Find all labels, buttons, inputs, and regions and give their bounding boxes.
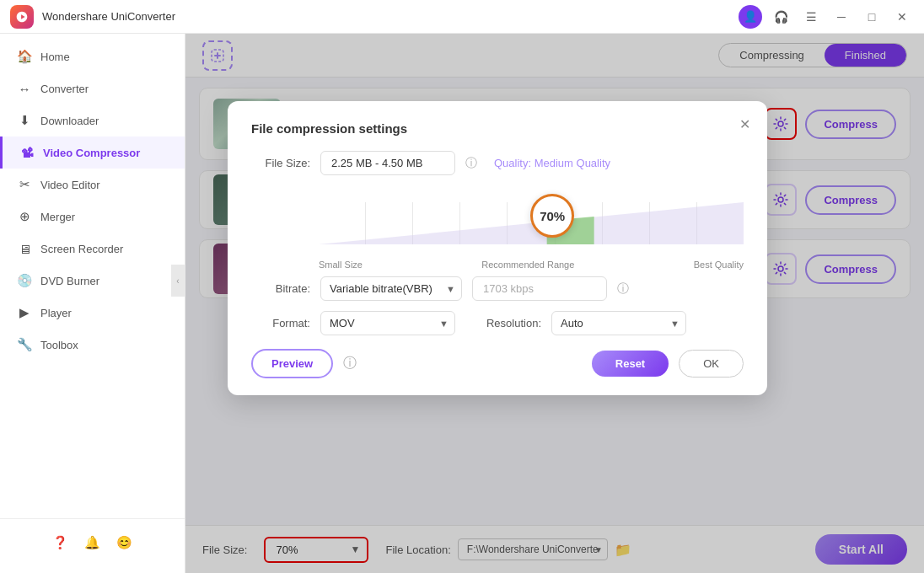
quality-label: Quality: Medium Quality bbox=[494, 157, 610, 169]
modal-format-row: Format: MOV MP4 AVI MKV ▼ Resolution: bbox=[251, 311, 744, 335]
sidebar-item-merger[interactable]: ⊕ Merger bbox=[0, 201, 185, 233]
modal-bitrate-value-input[interactable] bbox=[472, 276, 607, 301]
preview-help-icon[interactable]: ⓘ bbox=[343, 355, 357, 372]
dvd-burner-icon: 💿 bbox=[17, 273, 32, 288]
sidebar-label-converter: Converter bbox=[40, 83, 89, 95]
chart-label-best: Best Quality bbox=[694, 260, 744, 270]
screen-recorder-icon: 🖥 bbox=[17, 241, 32, 256]
converter-icon: ↔ bbox=[17, 81, 32, 96]
compression-chart[interactable]: 70% Small Size Recommended Range Best Qu… bbox=[319, 185, 744, 270]
main-layout: 🏠 Home ↔ Converter ⬇ Downloader 📽 Video … bbox=[0, 34, 924, 573]
preview-btn[interactable]: Preview bbox=[251, 349, 333, 378]
file-size-help-icon[interactable]: ⓘ bbox=[465, 156, 477, 171]
ok-btn[interactable]: OK bbox=[679, 350, 744, 378]
modal-bitrate-row: Bitrate: Variable bitrate(VBR) Constant … bbox=[251, 276, 744, 301]
minimize-btn[interactable]: ─ bbox=[830, 5, 853, 29]
modal-close-btn[interactable]: ✕ bbox=[733, 113, 755, 135]
home-icon: 🏠 bbox=[17, 49, 32, 64]
maximize-btn[interactable]: □ bbox=[860, 5, 884, 29]
modal-bitrate-select[interactable]: Variable bitrate(VBR) Constant bitrate(C… bbox=[320, 276, 462, 301]
modal-overlay: File compression settings ✕ File Size: ⓘ… bbox=[185, 34, 924, 573]
reset-btn[interactable]: Reset bbox=[592, 351, 669, 377]
close-btn[interactable]: ✕ bbox=[890, 5, 914, 29]
sidebar-label-merger: Merger bbox=[40, 211, 75, 223]
headset-icon-btn[interactable]: 🎧 bbox=[769, 5, 792, 29]
file-compression-modal: File compression settings ✕ File Size: ⓘ… bbox=[228, 101, 767, 395]
sidebar-label-toolbox: Toolbox bbox=[40, 339, 78, 351]
app-icon bbox=[10, 5, 34, 29]
sidebar-label-home: Home bbox=[40, 51, 70, 63]
help-btn[interactable]: ❓ bbox=[47, 529, 74, 556]
downloader-icon: ⬇ bbox=[17, 113, 32, 128]
sidebar-bottom: ❓ 🔔 😊 bbox=[0, 518, 185, 566]
sidebar-label-screen-recorder: Screen Recorder bbox=[40, 243, 123, 255]
sidebar-item-video-compressor[interactable]: 📽 Video Compressor bbox=[0, 137, 185, 169]
modal-file-size-label: File Size: bbox=[251, 157, 310, 169]
content-area: Compressing Finished fanta-style-sphere … bbox=[185, 34, 924, 573]
modal-file-size-input[interactable] bbox=[320, 151, 455, 175]
user-icon-btn[interactable]: 👤 bbox=[739, 5, 762, 29]
sidebar: 🏠 Home ↔ Converter ⬇ Downloader 📽 Video … bbox=[0, 34, 185, 573]
modal-format-label: Format: bbox=[251, 317, 310, 329]
modal-footer: Preview ⓘ Reset OK bbox=[251, 349, 744, 378]
player-icon: ▶ bbox=[17, 305, 32, 320]
sidebar-item-dvd-burner[interactable]: 💿 DVD Burner ‹ bbox=[0, 265, 185, 297]
sidebar-label-video-editor: Video Editor bbox=[40, 179, 100, 191]
bitrate-help-icon[interactable]: ⓘ bbox=[617, 281, 629, 297]
sidebar-label-dvd-burner: DVD Burner bbox=[40, 275, 99, 287]
video-compressor-icon: 📽 bbox=[19, 145, 35, 160]
sidebar-item-video-editor[interactable]: ✂ Video Editor bbox=[0, 169, 185, 201]
sidebar-label-player: Player bbox=[40, 307, 72, 319]
sidebar-item-home[interactable]: 🏠 Home bbox=[0, 40, 185, 72]
menu-icon-btn[interactable]: ☰ bbox=[799, 5, 823, 29]
sidebar-item-toolbox[interactable]: 🔧 Toolbox bbox=[0, 329, 185, 361]
video-editor-icon: ✂ bbox=[17, 177, 32, 192]
sidebar-item-screen-recorder[interactable]: 🖥 Screen Recorder bbox=[0, 233, 185, 265]
merger-icon: ⊕ bbox=[17, 209, 32, 224]
modal-format-select-wrap: MOV MP4 AVI MKV ▼ bbox=[320, 311, 455, 335]
modal-bitrate-select-wrap: Variable bitrate(VBR) Constant bitrate(C… bbox=[320, 276, 462, 301]
sidebar-item-converter[interactable]: ↔ Converter bbox=[0, 72, 185, 104]
modal-bitrate-label: Bitrate: bbox=[251, 282, 310, 295]
sidebar-item-player[interactable]: ▶ Player bbox=[0, 297, 185, 329]
sidebar-collapse-btn[interactable]: ‹ bbox=[171, 265, 185, 297]
chart-label-recommended: Recommended Range bbox=[481, 260, 574, 270]
chart-label-small: Small Size bbox=[319, 260, 363, 270]
compression-slider-thumb[interactable]: 70% bbox=[530, 194, 574, 238]
titlebar: Wondershare UniConverter 👤 🎧 ☰ ─ □ ✕ bbox=[0, 0, 924, 34]
modal-resolution-select[interactable]: Auto 1080p 720p 480p bbox=[551, 311, 686, 335]
modal-file-size-row: File Size: ⓘ Quality: Medium Quality bbox=[251, 151, 744, 175]
modal-resolution-label: Resolution: bbox=[482, 317, 541, 329]
app-title: Wondershare UniConverter bbox=[42, 10, 739, 23]
modal-resolution-select-wrap: Auto 1080p 720p 480p ▼ bbox=[551, 311, 686, 335]
sidebar-item-downloader[interactable]: ⬇ Downloader bbox=[0, 104, 185, 137]
toolbox-icon: 🔧 bbox=[17, 337, 32, 352]
feedback-btn[interactable]: 😊 bbox=[111, 529, 138, 556]
titlebar-controls: 👤 🎧 ☰ ─ □ ✕ bbox=[739, 5, 914, 29]
notification-btn[interactable]: 🔔 bbox=[79, 529, 106, 556]
sidebar-label-downloader: Downloader bbox=[40, 115, 99, 127]
sidebar-label-video-compressor: Video Compressor bbox=[43, 147, 140, 159]
modal-format-select[interactable]: MOV MP4 AVI MKV bbox=[320, 311, 455, 335]
modal-title: File compression settings bbox=[251, 121, 744, 136]
